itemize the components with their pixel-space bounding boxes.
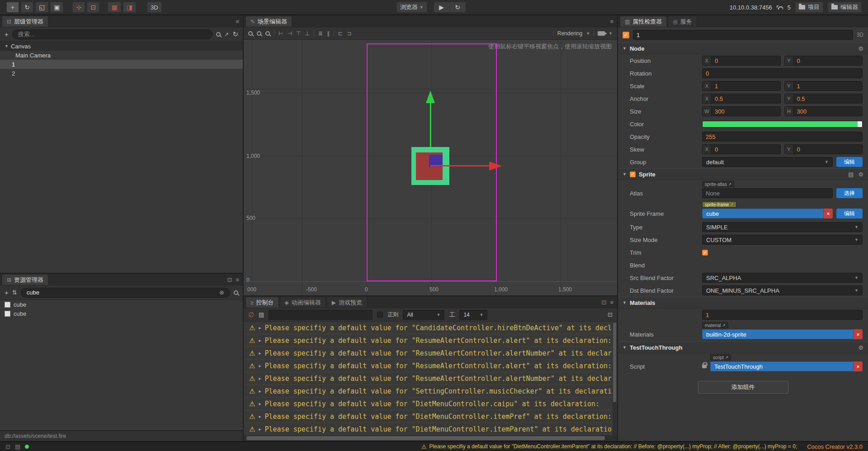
- scrollbar-thumb[interactable]: [246, 436, 605, 440]
- position-y-input[interactable]: Y 0: [784, 56, 863, 66]
- expander-icon[interactable]: ▸: [259, 401, 261, 406]
- opacity-input[interactable]: 255: [702, 132, 863, 142]
- asset-item-cube[interactable]: cube: [0, 300, 243, 309]
- log-warning-row[interactable]: ⚠ ▸ Please specifiy a default value for …: [244, 398, 617, 410]
- node-name-input[interactable]: 1: [633, 30, 853, 40]
- material-asset-field[interactable]: builtin-2d-sprite: [702, 329, 854, 339]
- remove-material-button[interactable]: ×: [854, 329, 863, 339]
- trim-checkbox[interactable]: ✓: [702, 250, 708, 256]
- log-warning-row[interactable]: ⚠ ▸ Please specifiy a default value for …: [244, 347, 617, 360]
- asset-item-cube[interactable]: cube: [0, 309, 243, 318]
- refresh-preview-button[interactable]: ↻: [450, 2, 466, 13]
- tab-scene-editor[interactable]: ✎ 场景编辑器: [245, 16, 292, 27]
- expander-icon[interactable]: ▸: [259, 427, 261, 432]
- expander-icon[interactable]: ▸: [259, 376, 261, 381]
- search-icon[interactable]: [234, 290, 238, 295]
- anchor-x-input[interactable]: X 0.5: [702, 94, 781, 104]
- rendering-mode-dropdown[interactable]: Rendering: [557, 30, 582, 37]
- log-warning-row[interactable]: ⚠ ▸ Please specifiy a default value for …: [244, 360, 617, 372]
- expander-icon[interactable]: ▸: [259, 389, 261, 394]
- tree-node-canvas[interactable]: ▼ Canvas: [0, 42, 243, 51]
- open-project-button[interactable]: 项目: [795, 2, 823, 13]
- node-active-checkbox[interactable]: ✓: [623, 32, 629, 38]
- scene-viewport[interactable]: 使用鼠标右键平移视窗焦点，使用滚轮缩放视图 1,500 1,000 500 0 …: [244, 40, 617, 295]
- align-right-icon[interactable]: ⊣: [287, 30, 292, 37]
- size-h-input[interactable]: H 300: [784, 106, 863, 116]
- gizmo-global-button[interactable]: ◨: [123, 2, 136, 13]
- expander-icon[interactable]: ▸: [259, 414, 261, 419]
- popout-icon[interactable]: ⊡: [227, 276, 232, 283]
- external-link-icon[interactable]: ↗: [725, 355, 729, 360]
- chevron-down-icon[interactable]: ▼: [609, 31, 613, 36]
- expander-icon[interactable]: ▸: [259, 351, 261, 356]
- script-asset-field[interactable]: TestTouchThrough: [710, 361, 854, 371]
- gear-icon[interactable]: ⚙: [858, 171, 863, 178]
- console-vertical-scrollbar[interactable]: [613, 322, 617, 435]
- chevron-down-icon[interactable]: ▼: [586, 31, 590, 36]
- section-header-sprite[interactable]: ▼ ✓ Sprite ▤ ⚙: [618, 168, 868, 180]
- edit-group-button[interactable]: 编辑: [836, 157, 863, 167]
- external-link-icon[interactable]: ↗: [728, 182, 732, 186]
- skew-x-input[interactable]: X 0: [702, 144, 781, 154]
- collapse-caret-icon[interactable]: ▼: [623, 300, 627, 305]
- rect-tool-button[interactable]: ▣: [50, 2, 63, 13]
- log-warning-row[interactable]: ⚠ ▸ Please specifiy a default value for …: [244, 423, 617, 435]
- section-header-materials[interactable]: ▼ Materials: [618, 297, 868, 309]
- rotation-input[interactable]: 0: [702, 68, 863, 78]
- tab-animation-editor[interactable]: ◈ 动画编辑器: [280, 297, 326, 308]
- camera-icon[interactable]: [598, 31, 605, 36]
- expander-icon[interactable]: ▸: [259, 338, 261, 343]
- play-button[interactable]: ▶: [434, 2, 450, 13]
- create-node-button[interactable]: +: [5, 31, 9, 38]
- align-top-icon[interactable]: ⊤: [296, 30, 301, 37]
- collapse-caret-icon[interactable]: ▼: [623, 46, 627, 51]
- section-header-testtouchthrough[interactable]: ▼ TestTouchThrough ⚙: [618, 342, 868, 353]
- size-w-input[interactable]: W 300: [702, 106, 781, 116]
- console-horizontal-scrollbar[interactable]: [244, 435, 617, 441]
- log-list-icon[interactable]: ▤: [15, 443, 20, 450]
- align-left-icon[interactable]: ⊢: [278, 30, 283, 37]
- regex-checkbox[interactable]: [377, 312, 383, 318]
- align-bottom-icon[interactable]: ⊥: [305, 30, 309, 37]
- add-component-button[interactable]: 添加组件: [698, 381, 788, 394]
- tab-game-preview[interactable]: ▶ 游戏预览: [327, 297, 367, 308]
- move-tool-button[interactable]: +: [6, 2, 19, 13]
- log-warning-row[interactable]: ⚠ ▸ Please specifiy a default value for …: [244, 410, 617, 423]
- sort-icon[interactable]: ⇅: [12, 290, 17, 295]
- position-x-input[interactable]: X 0: [702, 56, 781, 66]
- skew-y-input[interactable]: Y 0: [784, 144, 863, 154]
- tree-node-main-camera[interactable]: Main Camera: [0, 51, 243, 60]
- popout-icon[interactable]: ⊡: [602, 299, 607, 306]
- tab-console[interactable]: ≥ 控制台: [245, 297, 279, 308]
- snap-left-icon[interactable]: ⊏: [338, 30, 343, 37]
- tab-hierarchy[interactable]: ⊟ 层级管理器: [2, 16, 48, 27]
- external-link-icon[interactable]: ↗: [722, 323, 726, 328]
- distribute-vertical-icon[interactable]: ∥: [327, 30, 330, 37]
- expand-all-icon[interactable]: ↗: [224, 32, 229, 37]
- edit-sprite-frame-button[interactable]: 编辑: [836, 209, 863, 218]
- browser-select-button[interactable]: 浏览器 ▼: [396, 2, 427, 13]
- gizmo-x-axis[interactable]: [430, 165, 489, 166]
- section-header-node[interactable]: ▼ Node ⚙: [618, 43, 868, 54]
- tab-services[interactable]: ◎ 服务: [668, 16, 697, 27]
- expander-icon[interactable]: ▸: [259, 363, 261, 368]
- gear-icon[interactable]: ⚙: [858, 344, 863, 351]
- assets-search-input[interactable]: cube ⊗: [21, 288, 230, 298]
- collapse-caret-icon[interactable]: ▼: [5, 44, 9, 48]
- collapse-caret-icon[interactable]: ▼: [623, 345, 627, 350]
- collapse-caret-icon[interactable]: ▼: [623, 172, 627, 176]
- materials-count-input[interactable]: 1: [702, 310, 863, 320]
- remove-sprite-frame-button[interactable]: ×: [824, 209, 833, 218]
- scale-y-input[interactable]: Y 1: [784, 81, 863, 91]
- scrollbar-thumb[interactable]: [613, 323, 616, 402]
- gizmo-pivot-button[interactable]: ⊹: [72, 2, 85, 13]
- zoom-in-icon[interactable]: [248, 31, 253, 36]
- panel-menu-icon[interactable]: ≡: [236, 18, 239, 25]
- group-dropdown[interactable]: default ▼: [702, 157, 833, 167]
- panel-menu-icon[interactable]: ≡: [610, 299, 613, 306]
- tree-node-1-selected[interactable]: 1: [0, 60, 243, 69]
- log-warning-row[interactable]: ⚠ ▸ Please specifiy a default value for …: [244, 385, 617, 398]
- search-icon[interactable]: [216, 32, 221, 37]
- external-link-icon[interactable]: ↗: [730, 202, 734, 207]
- log-warning-row[interactable]: ⚠ ▸ Please specifiy a default value for …: [244, 372, 617, 385]
